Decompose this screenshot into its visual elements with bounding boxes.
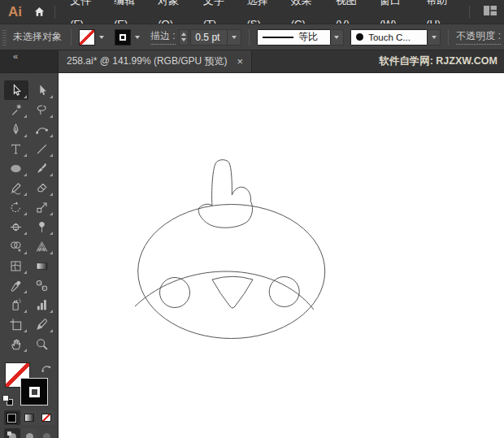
pen-icon (9, 123, 23, 137)
ellipse-tool[interactable] (4, 158, 28, 178)
curvature-tool[interactable] (30, 119, 54, 139)
zoom-tool[interactable] (30, 334, 54, 353)
stroke-weight-stepper[interactable] (179, 29, 189, 46)
direct-selection-arrow-icon (35, 84, 49, 98)
stroke-black-swatch[interactable] (20, 378, 48, 405)
type-tool[interactable] (4, 139, 28, 158)
line-segment-tool[interactable] (30, 139, 54, 158)
fill-stroke-indicator (0, 360, 58, 409)
width-profile-select[interactable]: 等比 (257, 29, 331, 46)
chevron-down-icon (334, 36, 339, 39)
home-button[interactable] (30, 6, 48, 18)
opacity-label[interactable]: 不透明度 : (456, 29, 501, 45)
scale-tool[interactable] (30, 197, 54, 217)
selection-tool[interactable] (4, 80, 28, 100)
gradient-icon (35, 259, 49, 273)
column-graph-tool[interactable] (30, 295, 54, 314)
draw-behind-button[interactable] (21, 428, 37, 438)
selection-arrow-icon (9, 84, 23, 98)
draw-inside-button[interactable] (38, 428, 54, 438)
brush-select[interactable]: Touch C... (350, 29, 427, 46)
hand-icon (9, 337, 23, 351)
lasso-tool[interactable] (30, 100, 54, 119)
gradient-button[interactable] (21, 410, 37, 425)
magic-wand-icon (9, 103, 23, 117)
fill-color-dropdown[interactable] (95, 29, 108, 46)
stroke-weight-label[interactable]: 描边 : (150, 29, 176, 45)
eraser-icon (35, 181, 49, 195)
stroke-weight-dropdown[interactable] (228, 29, 241, 46)
magnifier-icon (35, 337, 49, 351)
eyedropper-icon (9, 279, 23, 293)
paintbrush-tool[interactable] (30, 158, 54, 178)
artboard-icon (9, 318, 23, 332)
pencil-tool[interactable] (4, 178, 28, 197)
control-separator (249, 29, 250, 46)
home-icon (33, 6, 46, 18)
bar-chart-icon (35, 298, 49, 312)
illustrator-window: Ai 文件(F) 编辑(E) 对象(O) 文字(T) 选择(S) 效果(C) 视… (0, 0, 504, 438)
brush-dropdown[interactable] (428, 29, 441, 46)
magic-wand-tool[interactable] (4, 100, 28, 119)
workspace-switcher-button[interactable] (476, 5, 504, 19)
ai-logo: Ai (0, 4, 30, 20)
rotate-tool[interactable] (4, 197, 28, 217)
rotate-icon (9, 201, 23, 215)
symbol-sprayer-tool[interactable] (4, 295, 28, 314)
draw-normal-button[interactable] (4, 428, 20, 438)
slice-tool[interactable] (30, 314, 54, 334)
stepper-up-icon (181, 33, 186, 36)
selection-status: 未选择对象 (13, 30, 62, 44)
control-separator (448, 29, 449, 46)
collapse-double-arrow-icon: « (13, 51, 18, 61)
stroke-color-dropdown[interactable] (131, 29, 144, 46)
chevron-down-icon (99, 36, 104, 39)
document-tab-bar: « 258.ai* @ 141.99% (RGB/GPU 预览) × 软件自学网… (0, 50, 504, 73)
slice-knife-icon (35, 318, 49, 332)
blend-tool[interactable] (30, 275, 54, 295)
gradient-tool[interactable] (30, 256, 54, 275)
eraser-tool[interactable] (30, 178, 54, 197)
type-icon (9, 142, 23, 156)
artboard-canvas[interactable] (59, 73, 504, 438)
color-swatch-icon (7, 414, 16, 423)
draw-normal-icon (7, 431, 16, 438)
drawing-mode-row (0, 428, 58, 438)
color-button[interactable] (4, 410, 20, 425)
swap-fill-stroke-button[interactable] (41, 362, 52, 377)
tab-close-icon[interactable]: × (237, 56, 244, 67)
mesh-icon (9, 259, 23, 273)
mesh-tool[interactable] (4, 256, 28, 275)
eyedropper-tool[interactable] (4, 275, 28, 295)
pin-icon (35, 220, 49, 234)
width-profile-dropdown[interactable] (331, 29, 345, 46)
bird-line-art (59, 73, 502, 438)
stepper-down-icon (181, 38, 186, 41)
direct-selection-tool[interactable] (30, 80, 54, 100)
none-button[interactable] (38, 410, 54, 425)
shape-builder-tool[interactable] (4, 236, 28, 256)
stroke-color-swatch[interactable] (115, 29, 131, 46)
bird-left-eye-circle (160, 278, 190, 308)
width-icon (9, 220, 23, 234)
hand-tool[interactable] (4, 334, 28, 353)
workspace-layout-icon (483, 5, 497, 16)
puppet-warp-tool[interactable] (30, 217, 54, 236)
paint-mode-row (0, 410, 58, 425)
menu-separator (54, 6, 55, 19)
width-tool[interactable] (4, 217, 28, 236)
blend-icon (35, 279, 49, 293)
perspective-grid-tool[interactable] (30, 236, 54, 256)
fill-color-swatch[interactable] (79, 29, 95, 46)
pen-tool[interactable] (4, 119, 28, 139)
toolbar-collapse-button[interactable]: « (0, 50, 59, 72)
panel-grip[interactable] (2, 29, 7, 46)
curvature-icon (35, 123, 49, 137)
stroke-weight-input[interactable]: 0.5 pt (190, 29, 228, 46)
brush-preview-icon (356, 33, 363, 41)
artboard-tool[interactable] (4, 314, 28, 334)
watermark-text: 软件自学网: RJZXW.COM (379, 50, 504, 72)
document-tab[interactable]: 258.ai* @ 141.99% (RGB/GPU 预览) × (59, 50, 252, 72)
default-fill-stroke-button[interactable] (2, 395, 13, 405)
spray-can-icon (9, 298, 23, 312)
